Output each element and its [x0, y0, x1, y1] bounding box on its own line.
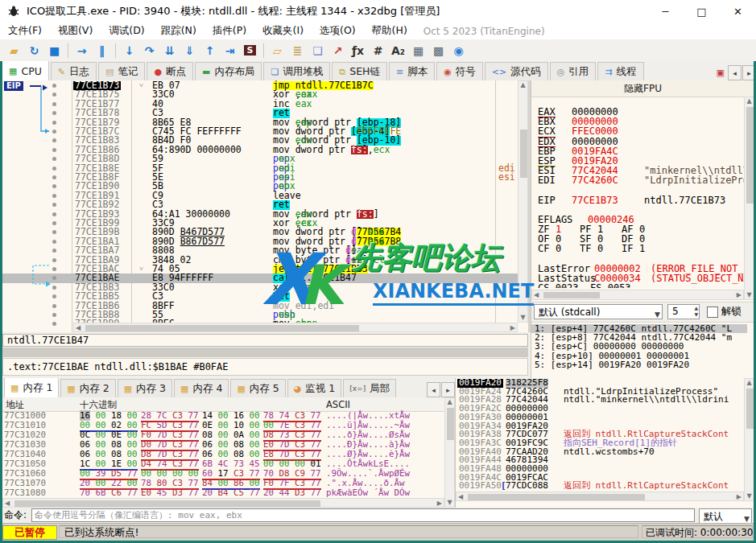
calculator-button[interactable]: ▩ — [428, 42, 448, 60]
patch-button[interactable]: ▱ — [267, 42, 287, 60]
dump-tab-内存 3[interactable]: ▦内存 3 — [118, 379, 172, 397]
globe-button[interactable]: ◉ — [448, 42, 469, 60]
dump-tab-内存 4[interactable]: ▦内存 4 — [174, 379, 229, 397]
keypad-button[interactable]: ▦ — [408, 42, 428, 60]
maximize-button[interactable]: □ — [684, 1, 720, 23]
functions-button[interactable]: ƒx — [348, 42, 368, 60]
tab-日志[interactable]: ✎日志 — [51, 62, 97, 80]
tab-scroll-left-button[interactable]: ◂ — [728, 65, 742, 80]
register-row-EBP[interactable]: EBP0019FA4C — [531, 146, 744, 156]
dump-byte: 77 — [250, 487, 260, 498]
flags-row[interactable]: OF0SF0DF0 — [531, 234, 744, 244]
step-over-button[interactable]: ↷ — [139, 42, 159, 60]
annotation-button[interactable]: ❏ — [308, 42, 328, 60]
minimize-button[interactable]: ─ — [647, 1, 684, 23]
menu-item-4[interactable]: 插件(P) — [204, 24, 254, 38]
register-row-segments[interactable]: CS 0023 FS 0053 — [531, 283, 744, 288]
hash-button[interactable]: # — [368, 42, 388, 60]
menu-item-2[interactable]: 调试(D) — [101, 24, 152, 38]
tab-内存布局[interactable]: ▬内存布局 — [195, 62, 262, 80]
stack-hscrollbar[interactable]: ◀ ▶ — [456, 492, 744, 501]
stack-address: 0019FA50 — [459, 482, 502, 491]
registers-hscrollbar[interactable]: ◀ ▶ — [531, 290, 744, 300]
favorites-button[interactable]: ≣ — [287, 42, 308, 60]
dump-byte-group: 20 B4 C5 77 — [202, 488, 260, 498]
menu-item-5[interactable]: 收藏夹(I) — [254, 24, 312, 38]
restart-button[interactable]: ↻ — [24, 42, 44, 60]
tab-引用[interactable]: ◎引用 — [550, 62, 597, 80]
dump-pane[interactable]: ▦内存 1▦内存 2▦内存 3▦内存 4▦内存 5◕监视 1[x=]局部◂▸ 地… — [2, 378, 455, 508]
animate-into-button[interactable]: ⇊ — [159, 42, 180, 60]
stop-button[interactable]: ■ — [44, 42, 64, 60]
stack-row[interactable]: 0019FA50[77CDC088返回到 ntdll.RtlCaptureSta… — [456, 482, 744, 491]
tab-线程[interactable]: ⇉线程 — [597, 62, 643, 80]
register-row-LastError[interactable]: LastError00000002(ERROR_FILE_NOT_F — [531, 264, 744, 274]
dump-hscrollbar[interactable]: ◀ ▶ — [2, 498, 444, 508]
disasm-vscrollbar[interactable]: ▲ ▼ — [518, 80, 528, 323]
cpu-icon: ▦ — [9, 66, 17, 76]
assemble-az-button[interactable]: A₂ — [388, 42, 408, 60]
dump-tab-scroll-left-button[interactable]: ◂ — [427, 382, 440, 397]
unlock-checkbox[interactable]: 解锁 — [707, 305, 742, 319]
tab-调用堆栈[interactable]: ❏调用堆栈 — [263, 62, 330, 80]
register-row-EAX[interactable]: EAX00000000 — [531, 107, 744, 117]
register-row-EDX[interactable]: EDX00000000 — [531, 137, 744, 146]
dump-vscrollbar[interactable]: ▲ ▼ — [444, 397, 455, 508]
tab-符号[interactable]: ◉符号 — [436, 62, 483, 80]
call-arguments-pane[interactable]: 1: [esp+4] 77C4260C ntdll.77C4260C "L2: … — [531, 322, 754, 378]
flags-row[interactable]: CF0TF0IF1 — [531, 244, 744, 253]
assemble-az-icon: A₂ — [391, 44, 405, 57]
menu-item-3[interactable]: 跟踪(N) — [153, 24, 204, 38]
register-row-EBX[interactable]: EBX00000000 — [531, 117, 744, 126]
tab-CPU[interactable]: ▦CPU — [2, 61, 49, 80]
dump-tab-内存 1[interactable]: ▦内存 1 — [4, 378, 59, 397]
disasm-hscrollbar[interactable]: ◀ ▶ — [73, 323, 518, 332]
toolbar: ▰↻■→‖↓↷⇊⇓↑⇥S▱≣❏↗ƒx#A₂▦▩◉ — [0, 39, 756, 62]
trace-button[interactable]: ↗ — [328, 42, 348, 60]
menu-item-7[interactable]: 帮助(H) — [364, 24, 415, 38]
tab-断点[interactable]: ●断点 — [147, 62, 193, 80]
registers-pane[interactable]: 隐藏FPU EAX00000000EBX00000000ECXFFEC0000E… — [531, 80, 754, 378]
tab-源代码[interactable]: <>源代码 — [485, 62, 548, 80]
dump-tab-监视 1[interactable]: ◕监视 1 — [287, 379, 342, 397]
command-preset-select[interactable]: 默认▼ — [699, 508, 752, 524]
pause-button[interactable]: ‖ — [92, 42, 112, 60]
dump-byte: 20 — [263, 487, 274, 498]
command-input[interactable] — [31, 508, 695, 522]
argument-row[interactable]: 3: [esp+C] 00000000 00000000 — [531, 342, 747, 351]
argument-row[interactable]: 5: [esp+14] 0019FA20 0019FA20 — [531, 360, 747, 369]
register-row-ECX[interactable]: ECXFFEC0000 — [531, 126, 744, 136]
dump-tab-内存 2[interactable]: ▦内存 2 — [60, 379, 115, 397]
close-button[interactable]: ✕ — [720, 1, 756, 23]
register-row-EIP[interactable]: EIP77CE1B73ntdll.77CE1B73 — [531, 195, 744, 205]
stack-pane[interactable]: 0019FA20318225F80019FA2477C4260Cntdll."L… — [455, 378, 754, 508]
animate-over-button[interactable]: ⇓ — [180, 42, 200, 60]
run-to-user-code-button[interactable]: ⇥ — [220, 42, 240, 60]
arg-count-stepper[interactable]: 5▲▼ — [667, 304, 700, 319]
dump-byte: 70 — [80, 487, 90, 498]
register-row-EDI[interactable]: EDI77C4260C"LdrpInitializePro — [531, 175, 744, 185]
dump-tab-scroll-right-button[interactable]: ▸ — [441, 382, 455, 397]
register-row-LastStatus[interactable]: LastStatusC0000034(STATUS_OBJECT_NA — [531, 274, 744, 283]
tab-脚本[interactable]: ≡脚本 — [389, 62, 435, 80]
chevron-down-icon: ▼ — [655, 307, 660, 322]
window-border-left — [0, 61, 2, 543]
menu-item-0[interactable]: 文件(F) — [0, 24, 50, 38]
dump-tab-label: 内存 1 — [23, 381, 52, 395]
step-out-button[interactable]: ↑ — [200, 42, 220, 60]
dump-tab-局部[interactable]: [x=]局部 — [343, 379, 396, 397]
run-button[interactable]: → — [72, 42, 92, 60]
flags-row[interactable]: ZF1PF1AF0 — [531, 224, 744, 234]
disassembly-pane[interactable]: EIP 77CE1B73˅EB 07jmp ntdll.77CE1B7C77CE… — [2, 80, 531, 332]
convention-select[interactable]: 默认 (stdcall)▼ — [534, 304, 663, 319]
dump-tab-内存 5[interactable]: ▦内存 5 — [230, 379, 285, 397]
menu-item-1[interactable]: 视图(V) — [50, 24, 101, 38]
tab-SEH链[interactable]: ⧉SEH链 — [332, 62, 387, 80]
register-row-EFLAGS[interactable]: EFLAGS00000246 — [531, 215, 744, 224]
tab-笔记[interactable]: ▤笔记 — [98, 62, 145, 80]
stop-animation-button[interactable]: S — [240, 42, 260, 60]
open-file-button[interactable]: ▰ — [4, 42, 24, 60]
menu-item-6[interactable]: 选项(O) — [312, 24, 364, 38]
step-into-button[interactable]: ↓ — [119, 42, 139, 60]
hide-fpu-button[interactable]: 隐藏FPU — [531, 80, 754, 97]
